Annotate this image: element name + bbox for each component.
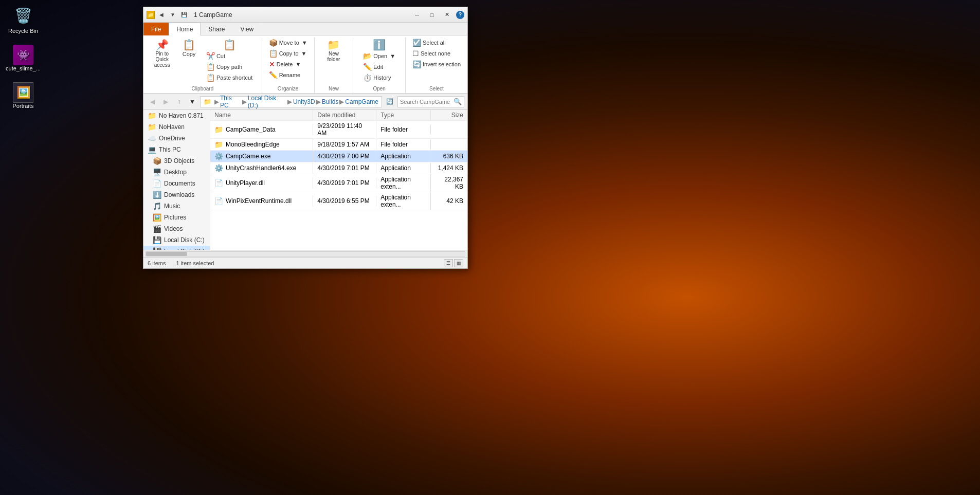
forward-button[interactable]: ▶ <box>160 96 171 107</box>
sidebar-item-3d-objects[interactable]: 📦 3D Objects <box>143 155 210 167</box>
select-all-icon: ☑️ <box>412 39 421 46</box>
breadcrumb-local-disk-d[interactable]: Local Disk (D:) <box>248 95 286 109</box>
file-date-winpixevent: 4/30/2019 6:55 PM <box>313 196 376 206</box>
tab-file[interactable]: File <box>143 23 169 35</box>
quick-access-icons: ◀ ▼ 💾 <box>157 10 189 20</box>
history-btn[interactable]: ⏱️ History <box>360 72 398 83</box>
sidebar-item-pictures[interactable]: 🖼️ Pictures <box>143 212 210 223</box>
rename-btn[interactable]: ✏️ Rename <box>266 70 310 80</box>
select-none-btn[interactable]: ☐ Select none <box>410 48 463 59</box>
quick-access-save-btn[interactable]: 💾 <box>179 10 189 20</box>
search-icon[interactable]: 🔍 <box>453 98 462 105</box>
ribbon-group-open: ℹ️ 📂 Open ▼ ✏️ Edit ⏱️ Hi <box>353 38 406 93</box>
invert-selection-btn[interactable]: 🔄 Invert selection <box>410 59 463 69</box>
maximize-button[interactable]: □ <box>425 9 439 21</box>
move-to-btn[interactable]: 📦 Move to ▼ <box>266 38 310 48</box>
col-name[interactable]: Name <box>210 110 313 120</box>
file-row-campgame-exe[interactable]: ⚙️ CampGame.exe 4/30/2019 7:00 PM Applic… <box>210 151 467 162</box>
rename-icon: ✏️ <box>269 71 278 79</box>
paste-shortcut-icon: 📋 <box>206 74 215 81</box>
selected-count: 1 item selected <box>176 260 214 266</box>
sidebar-item-local-disk-c[interactable]: 💾 Local Disk (C:) <box>143 234 210 246</box>
help-button[interactable]: ? <box>456 11 464 19</box>
quick-access-back-btn[interactable]: ◀ <box>157 10 166 20</box>
properties-btn[interactable]: ℹ️ 📂 Open ▼ ✏️ Edit ⏱️ Hi <box>357 38 401 85</box>
tab-view[interactable]: View <box>232 23 261 35</box>
open-btn[interactable]: 📂 Open ▼ <box>360 51 398 61</box>
sidebar-item-music[interactable]: 🎵 Music <box>143 200 210 212</box>
copy-path-btn[interactable]: 📋 Copy path <box>204 62 255 72</box>
file-name-unitycrash: UnityCrashHandler64.exe <box>226 164 296 172</box>
new-items: 📁 New folder <box>319 38 349 85</box>
pin-to-quick-access-btn[interactable]: 📌 Pin to Quick access <box>148 38 177 70</box>
delete-btn[interactable]: ✕ Delete ▼ <box>266 59 310 69</box>
file-row-unitiplayer-dll[interactable]: 📄 UnityPlayer.dll 4/30/2019 7:01 PM Appl… <box>210 174 467 192</box>
folder-icon-campgame-data: 📁 <box>214 125 223 134</box>
sidebar-item-nohaven[interactable]: 📁 NoHaven <box>143 121 210 133</box>
h-scroll-track[interactable] <box>146 251 465 256</box>
sidebar-item-this-pc[interactable]: 💻 This PC <box>143 144 210 155</box>
file-list: Name Date modified Type Size 📁 CampGame_… <box>210 110 467 250</box>
h-scroll-thumb[interactable] <box>146 252 187 256</box>
invert-icon: 🔄 <box>412 61 421 68</box>
sidebar-item-desktop[interactable]: 🖥️ Desktop <box>143 167 210 178</box>
ribbon-group-clipboard: 📌 Pin to Quick access 📋 Copy 📋 ✂️ Cut <box>143 38 262 93</box>
large-icons-btn[interactable]: ▦ <box>454 259 463 267</box>
sidebar-item-videos[interactable]: 🎬 Videos <box>143 223 210 234</box>
file-type-monobleedingedge: File folder <box>376 139 431 150</box>
copy-to-label: Copy to <box>279 50 299 57</box>
refresh-button[interactable]: 🔄 <box>384 96 395 107</box>
new-folder-btn[interactable]: 📁 New folder <box>319 38 349 64</box>
copy-btn[interactable]: 📋 Copy <box>178 38 201 59</box>
videos-icon: 🎬 <box>153 225 161 233</box>
desktop-icon-slime[interactable]: 👾 cute_slime_... <box>5 45 41 72</box>
search-input[interactable] <box>400 99 453 105</box>
sidebar-item-no-haven-0871[interactable]: 📁 No Haven 0.871 <box>143 110 210 121</box>
breadcrumb-campgame[interactable]: CampGame <box>345 98 378 105</box>
file-row-campgame-data[interactable]: 📁 CampGame_Data 9/23/2019 11:40 AM File … <box>210 121 467 139</box>
file-row-monobleedingedge[interactable]: 📁 MonoBleedingEdge 9/18/2019 1:57 AM Fil… <box>210 139 467 151</box>
horizontal-scrollbar[interactable] <box>143 250 467 257</box>
minimize-button[interactable]: ─ <box>410 9 424 21</box>
copy-to-btn[interactable]: 📋 Copy to ▼ <box>266 48 310 59</box>
sidebar-label-music: Music <box>164 203 180 210</box>
sidebar-item-local-disk-d[interactable]: 💾 Local Disk (D:) <box>143 246 210 250</box>
col-type[interactable]: Type <box>376 110 431 120</box>
sidebar-item-downloads[interactable]: ⬇️ Downloads <box>143 189 210 200</box>
file-date-monobleedingedge: 9/18/2019 1:57 AM <box>313 139 376 150</box>
close-button[interactable]: ✕ <box>440 9 454 21</box>
select-all-btn[interactable]: ☑️ Select all <box>410 38 463 48</box>
col-size[interactable]: Size <box>431 110 467 120</box>
tab-share[interactable]: Share <box>201 23 232 35</box>
breadcrumb-builds[interactable]: Builds <box>322 98 339 105</box>
col-date[interactable]: Date modified <box>313 110 376 120</box>
sidebar-item-documents[interactable]: 📄 Documents <box>143 178 210 189</box>
quick-access-forward-btn[interactable]: ▼ <box>168 10 177 20</box>
recent-locations-button[interactable]: ▼ <box>187 96 198 107</box>
new-label: New <box>319 85 349 92</box>
ribbon-group-organize: 📦 Move to ▼ 📋 Copy to ▼ ✕ Delete ▼ <box>262 38 315 93</box>
delete-arrow: ▼ <box>295 61 301 67</box>
nohaven-icon: 📁 <box>148 123 156 131</box>
sidebar-item-onedrive[interactable]: ☁️ OneDrive <box>143 133 210 144</box>
file-row-winpixevent[interactable]: 📄 WinPixEventRuntime.dll 4/30/2019 6:55 … <box>210 192 467 210</box>
tab-home[interactable]: Home <box>169 23 201 35</box>
cut-btn[interactable]: ✂️ Cut <box>204 51 255 61</box>
breadcrumb-unity3d[interactable]: Unity3D <box>293 98 315 105</box>
file-name-winpixevent: WinPixEventRuntime.dll <box>226 197 292 205</box>
details-view-btn[interactable]: ☰ <box>444 259 453 267</box>
select-label: Select <box>410 85 463 92</box>
desktop-icon-recycle-bin[interactable]: 🗑️ Recycle Bin <box>5 5 41 34</box>
clipboard-items: 📌 Pin to Quick access 📋 Copy 📋 ✂️ Cut <box>148 38 258 85</box>
paste-btn[interactable]: 📋 ✂️ Cut 📋 Copy path 📋 Paste shortcut <box>202 38 258 85</box>
desktop-icon-portraits[interactable]: 🖼️ Portraits <box>5 82 41 109</box>
move-to-arrow: ▼ <box>302 40 307 46</box>
file-row-unitycrashhandler[interactable]: ⚙️ UnityCrashHandler64.exe 4/30/2019 7:0… <box>210 162 467 174</box>
edit-btn[interactable]: ✏️ Edit <box>360 62 398 72</box>
paste-shortcut-btn[interactable]: 📋 Paste shortcut <box>204 72 255 83</box>
breadcrumb-this-pc[interactable]: This PC <box>220 95 241 109</box>
select-items: ☑️ Select all ☐ Select none 🔄 Invert sel… <box>410 38 463 85</box>
downloads-icon: ⬇️ <box>153 191 161 199</box>
up-button[interactable]: ↑ <box>173 96 185 107</box>
back-button[interactable]: ◀ <box>147 96 158 107</box>
